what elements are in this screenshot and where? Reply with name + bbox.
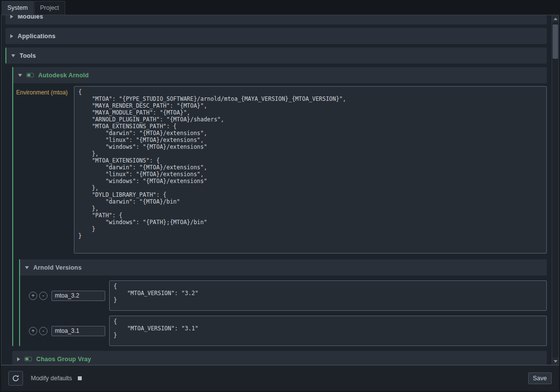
- section-modules-header[interactable]: Modules: [5, 15, 547, 24]
- scroll-up-arrow[interactable]: [552, 15, 559, 22]
- tab-bar: System Project: [0, 0, 560, 15]
- add-version-button[interactable]: +: [29, 292, 37, 300]
- vray-label: Chaos Group Vray: [36, 356, 91, 363]
- remove-version-button[interactable]: -: [39, 327, 47, 335]
- tab-project[interactable]: Project: [34, 1, 65, 15]
- version-name-input[interactable]: [51, 291, 105, 301]
- scroll-content: Modules Applications Tools: [1, 15, 552, 365]
- scrollbar-track[interactable]: [552, 22, 559, 358]
- version-name-input[interactable]: [51, 326, 105, 336]
- arnold-versions-label: Arnold Versions: [33, 264, 82, 271]
- scroll-down-arrow[interactable]: [552, 358, 559, 365]
- refresh-button[interactable]: [8, 371, 23, 386]
- vray-enabled-toggle[interactable]: [24, 357, 32, 361]
- version-json-editor[interactable]: { "MTOA_VERSION": "3.2" }: [109, 280, 547, 311]
- modify-defaults-label: Modify defaults: [31, 375, 72, 382]
- arnold-header[interactable]: Autodesk Arnold: [13, 67, 547, 83]
- refresh-icon: [12, 374, 20, 382]
- section-arnold-versions: Arnold Versions + - { "MTOA_VERSION": "3…: [19, 259, 547, 346]
- vertical-scrollbar[interactable]: [552, 15, 559, 365]
- section-tools-header[interactable]: Tools: [5, 47, 547, 64]
- footer-bar: Modify defaults Save: [1, 365, 559, 391]
- expand-arrow-icon[interactable]: [17, 357, 20, 361]
- version-row: + - { "MTOA_VERSION": "3.2" }: [29, 280, 547, 311]
- save-button[interactable]: Save: [528, 372, 552, 384]
- version-json-editor[interactable]: { "MTOA_VERSION": "3.1" }: [109, 316, 547, 346]
- expand-arrow-icon[interactable]: [10, 34, 13, 38]
- tab-system[interactable]: System: [1, 1, 34, 15]
- collapse-arrow-icon[interactable]: [18, 74, 22, 77]
- section-modules-label: Modules: [18, 15, 43, 20]
- section-autodesk-arnold: Autodesk Arnold Environment (mtoa) { "MT…: [12, 67, 547, 346]
- arnold-enabled-toggle[interactable]: [26, 73, 34, 77]
- settings-window: System Project Modules Applications: [0, 0, 560, 392]
- collapse-arrow-icon[interactable]: [25, 266, 29, 269]
- section-modules: Modules: [5, 15, 547, 24]
- modify-defaults-checkbox[interactable]: [78, 376, 82, 380]
- version-row: + - { "MTOA_VERSION": "3.1" }: [29, 316, 547, 346]
- section-applications-header[interactable]: Applications: [5, 28, 547, 44]
- settings-main-area: Modules Applications Tools: [1, 15, 559, 365]
- arnold-versions-header[interactable]: Arnold Versions: [20, 259, 547, 276]
- section-tools-label: Tools: [20, 52, 36, 59]
- section-applications-label: Applications: [18, 33, 55, 40]
- toggle-knob: [27, 74, 30, 76]
- section-chaos-group-vray: Chaos Group Vray: [12, 351, 547, 365]
- environment-json-editor[interactable]: { "MTOA": "{PYPE_STUDIO_SOFTWARE}/arnold…: [74, 86, 547, 254]
- collapse-arrow-icon[interactable]: [11, 54, 15, 57]
- scrollbar-thumb[interactable]: [553, 24, 558, 59]
- expand-arrow-icon[interactable]: [10, 15, 13, 19]
- section-tools: Tools Autodesk Arnold Environment (mtoa)…: [5, 47, 547, 365]
- add-version-button[interactable]: +: [29, 327, 37, 335]
- remove-version-button[interactable]: -: [39, 292, 47, 300]
- section-applications: Applications: [5, 28, 547, 44]
- environment-row: Environment (mtoa) { "MTOA": "{PYPE_STUD…: [16, 86, 547, 254]
- toggle-knob: [25, 358, 28, 360]
- vray-header[interactable]: Chaos Group Vray: [12, 351, 547, 365]
- arnold-label: Autodesk Arnold: [38, 72, 89, 79]
- environment-label: Environment (mtoa): [16, 86, 74, 96]
